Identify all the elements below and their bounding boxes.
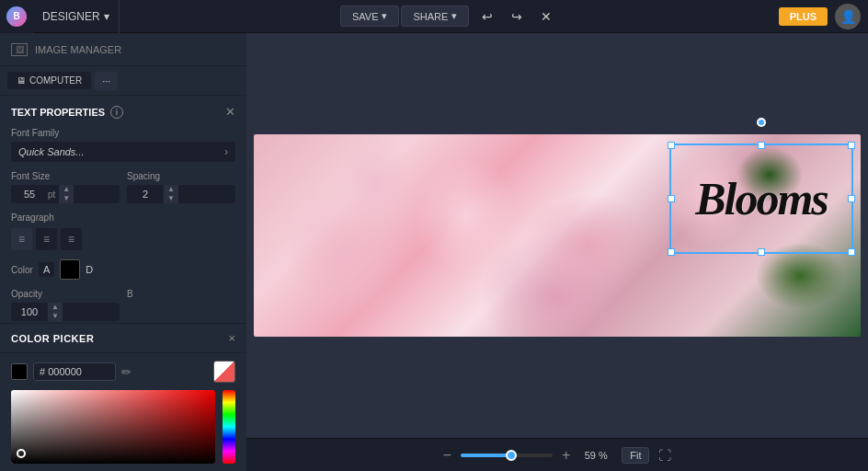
text-properties-panel: TEXT PROPERTIES i ✕ Font Family Quick Sa… — [0, 96, 246, 360]
canvas-text-blooms: Blooms — [695, 172, 828, 225]
panel-title: TEXT PROPERTIES i — [11, 106, 123, 119]
color-d-label: D — [86, 264, 93, 275]
handle-top-right[interactable] — [848, 142, 855, 149]
font-family-value: Quick Sands... — [18, 146, 85, 157]
font-family-label: Font Family — [11, 128, 235, 138]
info-icon[interactable]: i — [110, 106, 123, 119]
fit-button[interactable]: Fit — [622, 447, 649, 464]
handle-bottom-right[interactable] — [848, 248, 855, 256]
opacity-input[interactable] — [11, 303, 48, 321]
color-picker-header: COLOR PICKER × — [0, 324, 246, 353]
close-button[interactable]: ✕ — [535, 6, 557, 28]
fullscreen-button[interactable]: ⛶ — [658, 448, 671, 463]
handle-top-center[interactable] — [758, 142, 765, 149]
spacing-down[interactable]: ▼ — [164, 194, 178, 203]
image-manager-icon: 🖼 — [11, 43, 28, 56]
color-picker-title: COLOR PICKER — [11, 333, 94, 344]
share-chevron: ▾ — [451, 10, 457, 22]
color-picker-close[interactable]: × — [228, 331, 235, 345]
panel-header: TEXT PROPERTIES i ✕ — [11, 105, 235, 119]
spacing-up[interactable]: ▲ — [164, 185, 178, 194]
align-row: ≡ ≡ ≡ — [11, 228, 235, 250]
color-picker-panel: COLOR PICKER × ✏ — [0, 323, 246, 471]
undo-button[interactable]: ↩ — [476, 6, 498, 28]
font-family-row[interactable]: Quick Sands... › — [11, 142, 235, 162]
zoom-slider-fill — [461, 454, 511, 457]
opacity-input-row: ▲ ▼ — [11, 303, 120, 321]
opacity-up[interactable]: ▲ — [48, 303, 63, 312]
zoom-in-button[interactable]: + — [562, 447, 570, 464]
font-size-input-row: pt ▲ ▼ — [11, 185, 120, 203]
opacity-label: Opacity — [11, 289, 120, 299]
save-button[interactable]: SAVE ▾ — [340, 6, 400, 27]
color-row: Color A D — [11, 259, 235, 280]
opacity-spinners: ▲ ▼ — [48, 303, 63, 321]
paragraph-label: Paragraph — [11, 213, 235, 223]
save-share-group: SAVE ▾ SHARE ▾ — [340, 6, 469, 27]
computer-icon: 🖥 — [17, 75, 26, 86]
eyedropper-button[interactable]: ✏ — [121, 365, 131, 379]
plus-button[interactable]: PLUS — [779, 7, 828, 26]
font-size-spinners: ▲ ▼ — [59, 185, 74, 203]
hue-slider[interactable] — [223, 390, 235, 464]
opacity-down[interactable]: ▼ — [48, 312, 63, 321]
zoom-out-button[interactable]: − — [443, 447, 451, 464]
canvas-inner: Blooms — [254, 134, 861, 337]
handle-middle-left[interactable] — [668, 195, 675, 202]
color-a-label: A — [39, 262, 54, 277]
opacity-border-row: Opacity ▲ ▼ B — [11, 289, 235, 321]
share-button[interactable]: SHARE ▾ — [401, 6, 469, 27]
image-manager-bar: 🖼 IMAGE MANAGER — [0, 33, 246, 66]
cp-current-swatch[interactable] — [11, 363, 28, 380]
color-gradient-picker[interactable] — [11, 390, 215, 464]
save-chevron: ▾ — [382, 10, 387, 22]
spacing-spinners: ▲ ▼ — [164, 185, 178, 203]
align-right-button[interactable]: ≡ — [61, 228, 82, 250]
image-manager-label: IMAGE MANAGER — [35, 44, 121, 55]
font-size-unit: pt — [48, 190, 59, 200]
border-group: B — [127, 289, 235, 321]
align-center-button[interactable]: ≡ — [36, 228, 57, 250]
spacing-input-row: ▲ ▼ — [127, 185, 235, 203]
hex-input[interactable] — [33, 362, 116, 381]
designer-menu[interactable]: DESIGNER ▾ — [33, 0, 120, 33]
left-panel: 🖼 IMAGE MANAGER 🖥 COMPUTER ··· TEXT PROP… — [0, 33, 246, 471]
close-icon[interactable]: ✕ — [225, 105, 235, 119]
designer-label: DESIGNER — [42, 10, 100, 23]
font-size-spacing-row: Font Size pt ▲ ▼ Spacing ▲ ▼ — [11, 171, 235, 203]
top-center-actions: SAVE ▾ SHARE ▾ ↩ ↪ ✕ — [120, 6, 779, 28]
spacing-group: Spacing ▲ ▼ — [127, 171, 235, 203]
redo-button[interactable]: ↪ — [506, 6, 528, 28]
bottom-bar: − + 59 % Fit ⛶ — [246, 438, 868, 471]
more-options-button[interactable]: ··· — [95, 72, 118, 90]
upload-bar: 🖥 COMPUTER ··· — [0, 66, 246, 96]
handle-top-left[interactable] — [668, 142, 675, 149]
spacing-label: Spacing — [127, 171, 235, 181]
border-label: B — [127, 289, 235, 299]
color-label: Color — [11, 265, 33, 275]
app-logo[interactable]: B — [6, 6, 27, 27]
handle-middle-right[interactable] — [848, 195, 855, 202]
zoom-slider-thumb[interactable] — [506, 450, 517, 461]
gradient-row — [11, 390, 235, 464]
gradient-handle[interactable] — [17, 449, 26, 458]
handle-bottom-left[interactable] — [668, 248, 675, 256]
logo-area: B — [0, 0, 33, 33]
font-size-up[interactable]: ▲ — [59, 185, 74, 194]
canvas-area: Blooms — [246, 33, 868, 438]
font-size-group: Font Size pt ▲ ▼ — [11, 171, 120, 203]
font-size-down[interactable]: ▼ — [59, 194, 74, 203]
zoom-slider-track[interactable] — [461, 454, 553, 457]
user-avatar[interactable]: 👤 — [835, 4, 861, 29]
handle-bottom-center[interactable] — [758, 248, 765, 256]
font-size-label: Font Size — [11, 171, 120, 181]
font-family-chevron: › — [224, 145, 228, 158]
color-swatch[interactable] — [60, 259, 80, 280]
top-connector — [757, 118, 766, 127]
spacing-input[interactable] — [127, 185, 164, 203]
computer-button[interactable]: 🖥 COMPUTER — [7, 72, 91, 89]
text-box-overlay[interactable]: Blooms — [669, 144, 853, 254]
font-size-input[interactable] — [11, 185, 48, 203]
align-left-button[interactable]: ≡ — [11, 228, 32, 250]
reset-color-button[interactable] — [213, 361, 235, 383]
